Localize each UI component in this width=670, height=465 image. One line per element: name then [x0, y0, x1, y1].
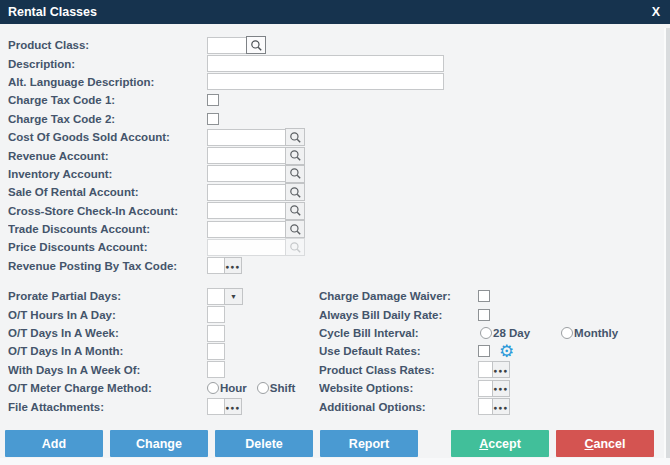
cross-store-account-input[interactable]: [207, 202, 286, 219]
change-button[interactable]: Change: [110, 430, 208, 457]
price-discounts-account-lookup-button: [285, 238, 305, 256]
price-discounts-account-input: [207, 239, 286, 256]
product-class-lookup-button[interactable]: [246, 36, 266, 54]
website-options-input[interactable]: [478, 380, 493, 397]
trade-discounts-account-lookup-button[interactable]: [285, 220, 305, 238]
with-days-class-rates-row: With Days In A Week Of: Product Class Ra…: [8, 361, 670, 379]
charge-tax-code-1-label: Charge Tax Code 1:: [8, 94, 207, 106]
ot-meter-label: O/T Meter Charge Method:: [8, 382, 207, 394]
additional-options-label: Additional Options:: [319, 401, 478, 413]
revenue-posting-label: Revenue Posting By Tax Code:: [8, 260, 207, 272]
revenue-account-input[interactable]: [207, 147, 286, 164]
cycle-monthly-radio[interactable]: [561, 327, 573, 339]
ot-days-week-cycle-bill-row: O/T Days In A Week: Cycle Bill Interval:…: [8, 324, 670, 342]
revenue-account-row: Revenue Account:: [8, 146, 670, 164]
revenue-account-lookup-button[interactable]: [285, 147, 305, 165]
daily-rate-checkbox[interactable]: [478, 309, 490, 321]
charge-tax-code-2-label: Charge Tax Code 2:: [8, 113, 207, 125]
meter-shift-radio[interactable]: [257, 382, 269, 394]
product-class-rates-ellipsis-button[interactable]: ●●●: [492, 361, 510, 378]
charge-tax-code-2-checkbox[interactable]: [207, 113, 219, 125]
use-default-rates-checkbox[interactable]: [478, 345, 490, 357]
cancel-button[interactable]: Cancel: [556, 430, 654, 457]
report-button[interactable]: Report: [320, 430, 418, 457]
website-options-ellipsis-button[interactable]: ●●●: [492, 380, 510, 397]
with-days-week-input[interactable]: [207, 361, 225, 378]
meter-shift-label: Shift: [270, 382, 296, 394]
file-attachments-input[interactable]: [207, 398, 225, 415]
search-icon: [289, 241, 302, 254]
product-class-rates-label: Product Class Rates:: [319, 364, 478, 376]
cross-store-account-label: Cross-Store Check-In Account:: [8, 205, 207, 217]
revenue-posting-ellipsis-button[interactable]: ●●●: [224, 257, 242, 274]
damage-waiver-checkbox[interactable]: [478, 290, 490, 302]
search-icon: [289, 186, 302, 199]
delete-button[interactable]: Delete: [215, 430, 313, 457]
product-class-label: Product Class:: [8, 39, 207, 51]
chevron-down-icon: ▼: [230, 293, 237, 300]
search-icon: [289, 223, 302, 236]
window-edge-bottom: [0, 458, 670, 465]
charge-tax-code-2-row: Charge Tax Code 2:: [8, 110, 670, 128]
charge-tax-code-1-checkbox[interactable]: [207, 94, 219, 106]
ot-hours-day-input[interactable]: [207, 306, 225, 323]
close-icon[interactable]: X: [652, 6, 660, 19]
button-bar: Add Change Delete Report Accept Cancel: [5, 430, 654, 457]
cross-store-account-lookup-button[interactable]: [285, 202, 305, 220]
damage-waiver-label: Charge Damage Waiver:: [319, 290, 478, 302]
sale-of-rental-account-input[interactable]: [207, 184, 286, 201]
revenue-posting-input[interactable]: [207, 257, 225, 274]
alt-language-label: Alt. Language Description:: [8, 76, 207, 88]
description-input[interactable]: [207, 55, 444, 72]
ot-hours-daily-rate-row: O/T Hours In A Day: Always Bill Daily Ra…: [8, 305, 670, 323]
cogs-account-label: Cost Of Goods Sold Account:: [8, 131, 207, 143]
trade-discounts-account-input[interactable]: [207, 221, 286, 238]
file-attachments-additional-row: File Attachments: ●●● Additional Options…: [8, 397, 670, 415]
use-default-rates-label: Use Default Rates:: [319, 345, 478, 357]
title-bar: Rental Classes X: [0, 0, 670, 24]
with-days-week-label: With Days In A Week Of:: [8, 364, 207, 376]
charge-tax-code-1-row: Charge Tax Code 1:: [8, 91, 670, 109]
ot-days-month-label: O/T Days In A Month:: [8, 345, 207, 357]
gear-icon[interactable]: ⚙: [499, 343, 514, 360]
inventory-account-lookup-button[interactable]: [285, 165, 305, 183]
additional-options-ellipsis-button[interactable]: ●●●: [492, 398, 510, 415]
alt-language-input[interactable]: [207, 73, 444, 90]
price-discounts-account-row: Price Discounts Account:: [8, 238, 670, 256]
revenue-account-label: Revenue Account:: [8, 150, 207, 162]
prorate-input[interactable]: [207, 288, 225, 305]
ot-days-month-input[interactable]: [207, 343, 225, 360]
add-button[interactable]: Add: [5, 430, 103, 457]
search-icon: [289, 204, 302, 217]
meter-hour-radio[interactable]: [207, 382, 219, 394]
trade-discounts-account-label: Trade Discounts Account:: [8, 223, 207, 235]
cycle-bill-label: Cycle Bill Interval:: [319, 327, 478, 339]
inventory-account-row: Inventory Account:: [8, 165, 670, 183]
cycle-28day-radio[interactable]: [480, 327, 492, 339]
rental-classes-dialog: Rental Classes X Product Class: Descript…: [0, 0, 670, 465]
ot-days-week-input[interactable]: [207, 325, 225, 342]
additional-options-input[interactable]: [478, 398, 493, 415]
description-row: Description:: [8, 54, 670, 72]
website-options-label: Website Options:: [319, 382, 478, 394]
sale-of-rental-account-lookup-button[interactable]: [285, 183, 305, 201]
daily-rate-label: Always Bill Daily Rate:: [319, 309, 478, 321]
inventory-account-label: Inventory Account:: [8, 168, 207, 180]
cogs-account-lookup-button[interactable]: [285, 128, 305, 146]
file-attachments-ellipsis-button[interactable]: ●●●: [224, 398, 242, 415]
prorate-dropdown-button[interactable]: ▼: [224, 288, 243, 305]
product-class-rates-input[interactable]: [478, 361, 493, 378]
ot-days-month-default-rates-row: O/T Days In A Month: Use Default Rates: …: [8, 342, 670, 360]
accept-button[interactable]: Accept: [451, 430, 549, 457]
cogs-account-row: Cost Of Goods Sold Account:: [8, 128, 670, 146]
search-icon: [289, 131, 302, 144]
search-icon: [289, 167, 302, 180]
alt-language-row: Alt. Language Description:: [8, 73, 670, 91]
cycle-monthly-label: Monthly: [574, 327, 618, 339]
sale-of-rental-account-label: Sale Of Rental Account:: [8, 186, 207, 198]
product-class-input[interactable]: [207, 37, 247, 54]
trade-discounts-account-row: Trade Discounts Account:: [8, 220, 670, 238]
cogs-account-input[interactable]: [207, 129, 286, 146]
meter-method-website-row: O/T Meter Charge Method: Hour Shift Webs…: [8, 379, 670, 397]
inventory-account-input[interactable]: [207, 165, 286, 182]
